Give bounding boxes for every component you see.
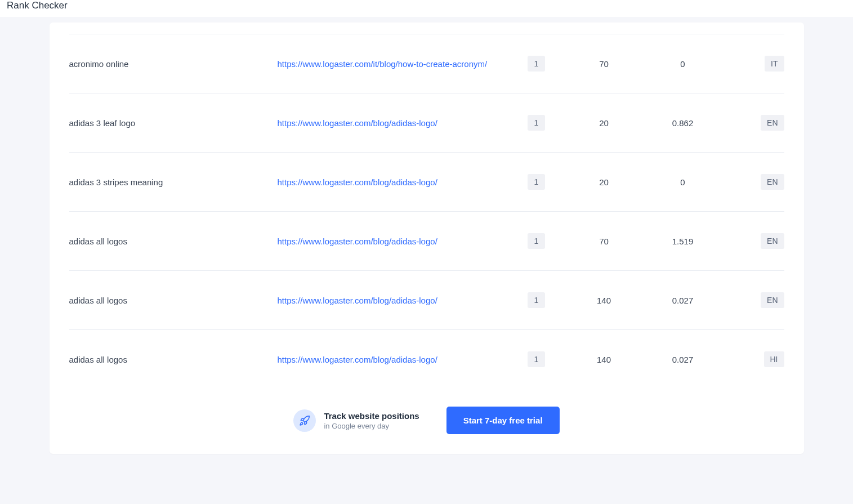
keyword-cell: acronimo online (69, 59, 278, 69)
cpc-cell: 0 (644, 177, 722, 187)
cpc-cell: 0.027 (644, 355, 722, 364)
volume-cell: 20 (565, 177, 644, 187)
lang-badge: HI (764, 351, 784, 367)
keyword-cell: adidas 3 leaf logo (69, 118, 278, 128)
results-card: acronimo online https://www.logaster.com… (50, 23, 804, 454)
lang-cell: EN (722, 174, 784, 190)
cpc-cell: 0 (644, 59, 722, 69)
volume-cell: 70 (565, 59, 644, 69)
rank-cell: 1 (508, 115, 565, 131)
cpc-cell: 0.027 (644, 296, 722, 305)
lang-cell: EN (722, 115, 784, 131)
url-link[interactable]: https://www.logaster.com/blog/adidas-log… (278, 355, 437, 364)
volume-cell: 20 (565, 118, 644, 128)
url-cell: https://www.logaster.com/blog/adidas-log… (278, 296, 508, 305)
keyword-cell: adidas all logos (69, 237, 278, 246)
url-link[interactable]: https://www.logaster.com/blog/adidas-log… (278, 177, 437, 187)
lang-badge: IT (765, 56, 784, 72)
cta-text: Track website positions in Google every … (324, 411, 419, 430)
table-row: adidas 3 leaf logo https://www.logaster.… (69, 93, 784, 153)
table-row: adidas 3 stripes meaning https://www.log… (69, 153, 784, 212)
url-link[interactable]: https://www.logaster.com/blog/adidas-log… (278, 296, 437, 305)
rank-badge: 1 (528, 115, 546, 131)
lang-cell: IT (722, 56, 784, 72)
table-row: adidas all logos https://www.logaster.co… (69, 212, 784, 271)
url-cell: https://www.logaster.com/blog/adidas-log… (278, 118, 508, 128)
keyword-cell: adidas all logos (69, 355, 278, 364)
lang-cell: EN (722, 233, 784, 249)
lang-badge: EN (761, 233, 784, 249)
url-link[interactable]: https://www.logaster.com/it/blog/how-to-… (278, 59, 488, 69)
cta-subtitle: in Google every day (324, 422, 419, 430)
rank-cell: 1 (508, 351, 565, 367)
lang-badge: EN (761, 292, 784, 308)
lang-badge: EN (761, 174, 784, 190)
cta-row: Track website positions in Google every … (69, 389, 784, 434)
main-container: acronimo online https://www.logaster.com… (0, 17, 853, 476)
table-row: adidas all logos https://www.logaster.co… (69, 330, 784, 389)
cta-title: Track website positions (324, 411, 419, 421)
lang-cell: EN (722, 292, 784, 308)
table-row: adidas all logos https://www.logaster.co… (69, 271, 784, 330)
volume-cell: 140 (565, 355, 644, 364)
lang-cell: HI (722, 351, 784, 367)
rank-cell: 1 (508, 56, 565, 72)
table-row: acronimo online https://www.logaster.com… (69, 34, 784, 93)
url-cell: https://www.logaster.com/blog/adidas-log… (278, 177, 508, 187)
rank-cell: 1 (508, 292, 565, 308)
rank-badge: 1 (528, 351, 546, 367)
volume-cell: 140 (565, 296, 644, 305)
url-cell: https://www.logaster.com/it/blog/how-to-… (278, 59, 508, 69)
cpc-cell: 0.862 (644, 118, 722, 128)
rank-badge: 1 (528, 233, 546, 249)
rocket-icon (293, 409, 316, 432)
page-title: Rank Checker (7, 0, 853, 11)
url-cell: https://www.logaster.com/blog/adidas-log… (278, 355, 508, 364)
rank-badge: 1 (528, 174, 546, 190)
url-link[interactable]: https://www.logaster.com/blog/adidas-log… (278, 118, 437, 128)
lang-badge: EN (761, 115, 784, 131)
url-link[interactable]: https://www.logaster.com/blog/adidas-log… (278, 237, 437, 246)
rank-cell: 1 (508, 174, 565, 190)
start-trial-button[interactable]: Start 7-day free trial (446, 407, 560, 434)
results-table: acronimo online https://www.logaster.com… (69, 34, 784, 389)
keyword-cell: adidas 3 stripes meaning (69, 177, 278, 187)
volume-cell: 70 (565, 237, 644, 246)
cpc-cell: 1.519 (644, 237, 722, 246)
rank-badge: 1 (528, 292, 546, 308)
rank-badge: 1 (528, 56, 546, 72)
cta-info: Track website positions in Google every … (293, 409, 419, 432)
page-header: Rank Checker (0, 0, 853, 17)
url-cell: https://www.logaster.com/blog/adidas-log… (278, 237, 508, 246)
rank-cell: 1 (508, 233, 565, 249)
keyword-cell: adidas all logos (69, 296, 278, 305)
